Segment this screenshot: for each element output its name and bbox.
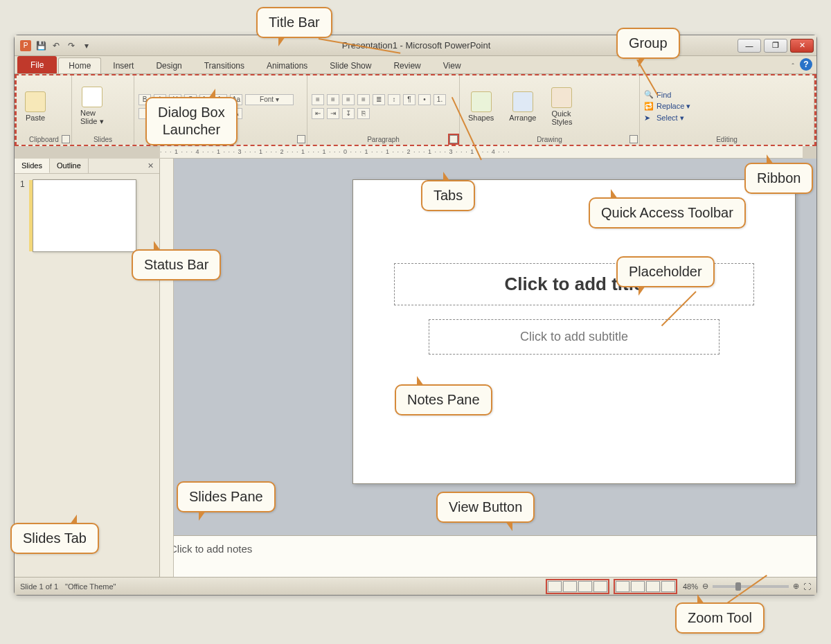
select-label: Select ▾	[656, 114, 684, 123]
reading-view-button-2[interactable]	[646, 581, 660, 592]
callout-notes-pane: Notes Pane	[395, 384, 492, 415]
dialog-launcher-clipboard[interactable]	[62, 135, 70, 143]
status-theme: "Office Theme"	[65, 582, 116, 591]
panel-close-icon[interactable]: ✕	[142, 159, 159, 173]
new-slide-button[interactable]: New Slide ▾	[76, 85, 108, 127]
callout-placeholder: Placeholder	[616, 256, 715, 287]
normal-view-button[interactable]	[548, 581, 562, 592]
replace-button[interactable]: 🔁Replace ▾	[644, 102, 690, 111]
view-buttons-inner	[547, 580, 608, 593]
panel-tab-outline[interactable]: Outline	[50, 159, 89, 173]
undo-icon[interactable]: ↶	[51, 40, 62, 51]
dialog-launcher-font[interactable]	[297, 135, 305, 143]
new-slide-icon	[82, 87, 102, 107]
dialog-launcher-paragraph[interactable]	[449, 135, 458, 143]
callout-qat: Quick Access Toolbar	[589, 197, 746, 229]
thumbnail-row: 1	[15, 174, 159, 258]
callout-title-bar: Title Bar	[256, 7, 332, 38]
new-slide-label: New Slide ▾	[80, 109, 104, 126]
horizontal-ruler: · · · 1 · · · 4 · · · 1 · · · 3 · · · 1 …	[160, 146, 803, 159]
replace-label: Replace ▾	[656, 102, 690, 111]
callout-ribbon: Ribbon	[744, 163, 813, 194]
callout-tabs: Tabs	[421, 180, 475, 211]
paste-icon	[25, 91, 46, 112]
select-button[interactable]: ➤Select ▾	[644, 114, 690, 123]
qat-dropdown-icon[interactable]: ▾	[81, 40, 92, 51]
title-bar: P 💾 ↶ ↷ ▾ Presentation1 - Microsoft Powe…	[15, 35, 816, 56]
slide-thumbnail[interactable]	[33, 179, 136, 252]
group-clipboard: Paste Clipboard	[17, 75, 72, 145]
maximize-button[interactable]: ❐	[764, 39, 787, 53]
normal-view-button-2[interactable]	[616, 581, 629, 592]
group-slides: New Slide ▾ Slides	[72, 75, 134, 145]
notes-pane[interactable]: Click to add notes	[160, 535, 816, 577]
tab-transitions[interactable]: Transitions	[194, 57, 255, 73]
group-label-drawing: Drawing	[537, 136, 562, 143]
arrange-icon	[512, 91, 533, 112]
window-controls: — ❐ ✕	[738, 39, 814, 53]
ribbon-tabs: File Home Insert Design Transitions Anim…	[15, 56, 816, 74]
tab-animations[interactable]: Animations	[256, 57, 318, 73]
group-editing: 🔍Find 🔁Replace ▾ ➤Select ▾ Editing	[640, 75, 814, 145]
tab-view[interactable]: View	[433, 57, 472, 73]
callout-group: Group	[616, 28, 680, 59]
find-label: Find	[656, 91, 671, 99]
slideshow-view-button-2[interactable]	[661, 581, 675, 592]
paste-button[interactable]: Paste	[21, 90, 50, 123]
zoom-percent[interactable]: 48%	[683, 582, 698, 591]
select-icon: ➤	[644, 114, 654, 123]
group-label-editing: Editing	[716, 136, 738, 143]
group-label-paragraph: Paragraph	[367, 136, 400, 143]
tab-insert[interactable]: Insert	[102, 57, 144, 73]
subtitle-placeholder[interactable]: Click to add subtitle	[429, 319, 720, 355]
slideshow-view-button[interactable]	[593, 581, 607, 592]
zoom-in-button[interactable]: ⊕	[793, 582, 799, 591]
sorter-view-button-2[interactable]	[631, 581, 645, 592]
tab-file[interactable]: File	[17, 56, 57, 73]
callout-slides-pane: Slides Pane	[177, 481, 276, 512]
quickstyles-button[interactable]: Quick Styles	[547, 86, 576, 127]
panel-tab-slides[interactable]: Slides	[15, 159, 50, 173]
group-paragraph: ≡≡≡≡≣↕¶ •1.⇤⇥↧⎘ Paragraph	[307, 75, 460, 145]
paragraph-controls[interactable]: ≡≡≡≡≣↕¶ •1.⇤⇥↧⎘	[312, 94, 450, 119]
redo-icon[interactable]: ↷	[66, 40, 77, 51]
find-icon: 🔍	[644, 90, 654, 100]
panel-tabs: Slides Outline ✕	[15, 159, 159, 174]
callout-view-button: View Button	[436, 492, 535, 523]
paste-label: Paste	[26, 114, 45, 122]
group-label-clipboard: Clipboard	[29, 136, 59, 143]
minimize-button[interactable]: —	[738, 39, 761, 53]
quickstyles-icon	[551, 87, 572, 108]
callout-zoom-tool: Zoom Tool	[675, 602, 765, 634]
dialog-launcher-drawing[interactable]	[629, 135, 638, 143]
tab-slideshow[interactable]: Slide Show	[319, 57, 382, 73]
group-drawing: Shapes Arrange Quick Styles Drawing	[460, 75, 640, 145]
ribbon: Paste Clipboard New Slide ▾ Slides BIUSA…	[15, 74, 816, 146]
close-button[interactable]: ✕	[790, 39, 814, 53]
tab-home[interactable]: Home	[58, 57, 101, 73]
callout-slides-tab: Slides Tab	[10, 523, 99, 554]
arrange-button[interactable]: Arrange	[505, 90, 540, 123]
arrange-label: Arrange	[509, 114, 536, 122]
tab-review[interactable]: Review	[383, 57, 431, 73]
help-icon[interactable]: ?	[800, 58, 812, 71]
quick-access-toolbar[interactable]: P 💾 ↶ ↷ ▾	[17, 40, 95, 51]
shapes-button[interactable]: Shapes	[464, 90, 498, 123]
minimize-ribbon-icon[interactable]: ˆ	[792, 62, 794, 71]
status-slide-count: Slide 1 of 1	[20, 582, 58, 591]
quickstyles-label: Quick Styles	[551, 109, 572, 126]
shapes-label: Shapes	[468, 114, 494, 122]
callout-status-bar: Status Bar	[132, 249, 221, 280]
reading-view-button[interactable]	[578, 581, 592, 592]
app-icon: P	[20, 40, 31, 51]
view-buttons-outer	[615, 580, 676, 593]
slides-panel: Slides Outline ✕ 1	[15, 159, 160, 577]
group-label-slides: Slides	[93, 136, 112, 143]
fit-window-button[interactable]: ⛶	[803, 582, 811, 591]
save-icon[interactable]: 💾	[35, 40, 46, 51]
status-bar: Slide 1 of 1 "Office Theme" 48% ⊖ ⊕ ⛶	[15, 577, 816, 595]
tab-design[interactable]: Design	[145, 57, 192, 73]
sorter-view-button[interactable]	[563, 581, 577, 592]
zoom-out-button[interactable]: ⊖	[702, 582, 708, 591]
find-button[interactable]: 🔍Find	[644, 90, 690, 100]
